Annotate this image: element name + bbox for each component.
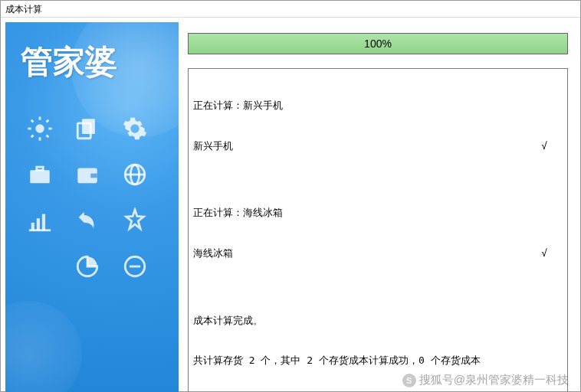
sun-icon: [25, 114, 54, 143]
log-line: 共计算存货 2 个，其中 2 个存货成本计算成功，0 个存货成本: [193, 354, 563, 368]
svg-rect-18: [31, 223, 34, 230]
star-icon: [120, 206, 149, 235]
wallet-icon: [73, 160, 102, 189]
log-line: 成本计算完成。: [193, 314, 563, 328]
sidebar-icon-grid: [5, 83, 179, 281]
minus-circle-icon: [120, 252, 149, 281]
brand-name: 管家婆: [5, 22, 179, 83]
pie-chart-icon: [73, 252, 102, 281]
svg-line-5: [31, 120, 34, 122]
svg-rect-14: [90, 174, 97, 178]
check-icon: √: [541, 247, 563, 260]
window-title: 成本计算: [5, 4, 42, 15]
svg-line-7: [31, 136, 34, 138]
gear-icon: [120, 114, 149, 143]
main-panel: 100% 正在计算：新兴手机 新兴手机√ 正在计算：海线冰箱 海线冰箱√ 成本计…: [185, 22, 576, 392]
svg-rect-20: [42, 214, 45, 230]
log-line: 正在计算：海线冰箱: [193, 206, 563, 220]
content-area: 管家婆 100% 正在计算：新兴手机 新兴手机√: [1, 18, 580, 392]
check-icon: √: [541, 139, 563, 153]
briefcase-icon: [25, 160, 54, 189]
svg-line-6: [47, 136, 49, 138]
log-output: 正在计算：新兴手机 新兴手机√ 正在计算：海线冰箱 海线冰箱√ 成本计算完成。 …: [188, 68, 568, 392]
progress-text: 100%: [364, 38, 392, 50]
copy-icon: [73, 114, 102, 143]
log-line: 正在计算：新兴手机: [193, 99, 563, 113]
svg-rect-12: [37, 167, 44, 170]
globe-icon: [120, 160, 149, 189]
sidebar: 管家婆: [5, 22, 179, 392]
log-line: 海线冰箱√: [193, 247, 563, 260]
svg-line-8: [47, 120, 49, 122]
undo-icon: [73, 206, 102, 235]
title-bar: 成本计算: [1, 1, 580, 18]
cost-calc-window: 成本计算 管家婆 100% 正在计算：新: [0, 0, 581, 392]
svg-point-0: [35, 124, 44, 132]
svg-rect-9: [82, 119, 95, 134]
log-line: 新兴手机√: [193, 139, 563, 153]
svg-rect-19: [37, 218, 40, 230]
bar-chart-icon: [25, 206, 54, 235]
progress-bar: 100%: [188, 33, 568, 54]
svg-rect-11: [30, 170, 50, 183]
